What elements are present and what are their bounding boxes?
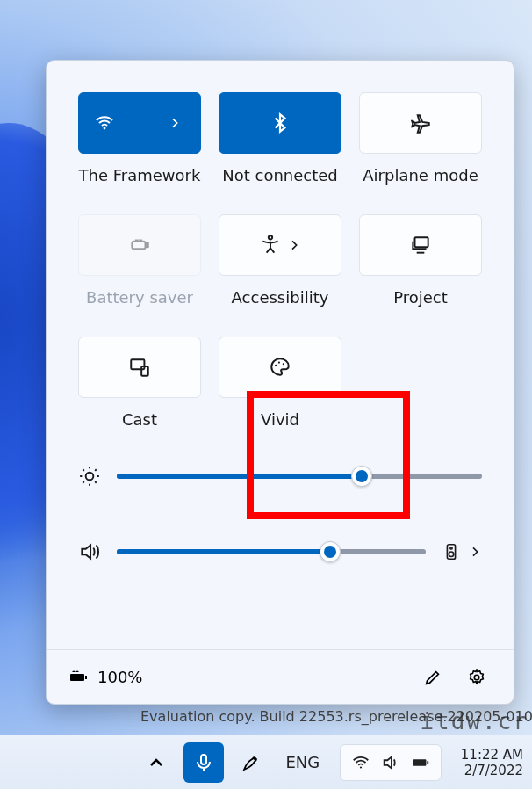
brightness-icon <box>78 465 101 488</box>
chevron-up-icon <box>146 752 167 773</box>
chevron-right-icon <box>168 116 182 130</box>
cast-icon <box>128 356 151 379</box>
svg-rect-18 <box>427 761 428 764</box>
quick-settings-tiles: The Framework Not connected Airplane mod… <box>47 61 514 429</box>
edit-quick-settings-button[interactable] <box>417 662 449 693</box>
brightness-slider-row <box>78 459 482 494</box>
quick-settings-panel: The Framework Not connected Airplane mod… <box>46 60 514 705</box>
wifi-icon <box>94 112 115 134</box>
volume-icon <box>78 540 101 563</box>
wifi-icon <box>351 753 370 772</box>
svg-point-3 <box>269 235 272 239</box>
svg-rect-14 <box>85 676 87 679</box>
svg-point-0 <box>104 127 106 130</box>
accessibility-icon <box>259 234 282 257</box>
battery-saver-tile <box>78 214 201 276</box>
palette-icon <box>269 356 291 379</box>
airplane-icon <box>409 112 432 134</box>
taskbar-system-tray[interactable] <box>340 744 442 781</box>
taskbar: ENG 11:22 AM 2/7/2022 <box>0 735 532 789</box>
battery-icon <box>68 667 89 688</box>
svg-rect-5 <box>131 359 144 369</box>
taskbar-language-label: ENG <box>285 753 320 771</box>
settings-button[interactable] <box>461 662 492 693</box>
accessibility-tile[interactable] <box>219 214 341 276</box>
watermark-text: itdw.cr <box>420 708 528 735</box>
project-tile[interactable] <box>359 214 482 276</box>
bluetooth-tile-label: Not connected <box>222 166 338 185</box>
audio-output-icon[interactable] <box>442 542 461 561</box>
svg-point-17 <box>360 766 362 768</box>
svg-point-12 <box>449 552 454 557</box>
volume-slider-thumb[interactable] <box>320 541 341 562</box>
bluetooth-tile[interactable] <box>219 92 341 154</box>
wifi-tile[interactable] <box>78 92 201 154</box>
taskbar-time: 11:22 AM <box>461 747 523 763</box>
volume-slider-row <box>78 534 482 569</box>
brightness-slider[interactable] <box>117 474 482 479</box>
chevron-right-icon <box>287 238 301 252</box>
svg-point-9 <box>283 363 284 365</box>
battery-percent-label: 100% <box>97 668 142 686</box>
airplane-mode-tile[interactable] <box>359 92 482 154</box>
battery-icon <box>411 753 430 772</box>
volume-slider[interactable] <box>117 549 426 554</box>
project-tile-label: Project <box>393 288 448 307</box>
svg-point-7 <box>275 365 277 366</box>
svg-point-8 <box>278 362 280 364</box>
chevron-right-icon[interactable] <box>468 545 482 559</box>
taskbar-pen-button[interactable] <box>231 742 271 783</box>
battery-saver-icon <box>128 234 151 257</box>
svg-rect-4 <box>415 237 428 247</box>
brightness-slider-thumb[interactable] <box>351 466 372 487</box>
taskbar-overflow-button[interactable] <box>136 742 176 783</box>
wifi-expand-button[interactable] <box>149 93 201 153</box>
svg-rect-1 <box>132 242 145 250</box>
svg-point-13 <box>450 547 452 549</box>
taskbar-language-button[interactable]: ENG <box>278 742 327 783</box>
pen-icon <box>241 752 262 773</box>
quick-settings-footer: 100% <box>47 649 514 704</box>
battery-status[interactable]: 100% <box>68 667 142 688</box>
brightness-slider-fill <box>117 474 362 479</box>
cast-tile[interactable] <box>78 337 201 398</box>
taskbar-mic-button[interactable] <box>183 742 224 783</box>
cast-tile-label: Cast <box>122 410 157 429</box>
wifi-tile-label: The Framework <box>79 166 201 185</box>
project-icon <box>409 234 432 257</box>
taskbar-date: 2/7/2022 <box>461 763 523 778</box>
svg-rect-16 <box>201 755 206 764</box>
airplane-mode-tile-label: Airplane mode <box>363 166 478 185</box>
bluetooth-icon <box>269 112 291 134</box>
svg-point-10 <box>86 473 94 481</box>
gear-icon <box>467 668 486 687</box>
volume-icon <box>381 753 400 772</box>
svg-rect-2 <box>147 243 148 247</box>
taskbar-clock[interactable]: 11:22 AM 2/7/2022 <box>461 747 523 778</box>
pencil-icon <box>423 668 442 687</box>
volume-slider-fill <box>117 549 330 554</box>
vivid-tile-label: Vivid <box>261 410 299 429</box>
svg-point-15 <box>474 675 479 680</box>
vivid-tile[interactable] <box>219 337 341 398</box>
wifi-toggle[interactable] <box>79 93 131 153</box>
microphone-icon <box>193 752 214 773</box>
accessibility-tile-label: Accessibility <box>232 288 329 307</box>
battery-saver-tile-label: Battery saver <box>86 288 193 307</box>
